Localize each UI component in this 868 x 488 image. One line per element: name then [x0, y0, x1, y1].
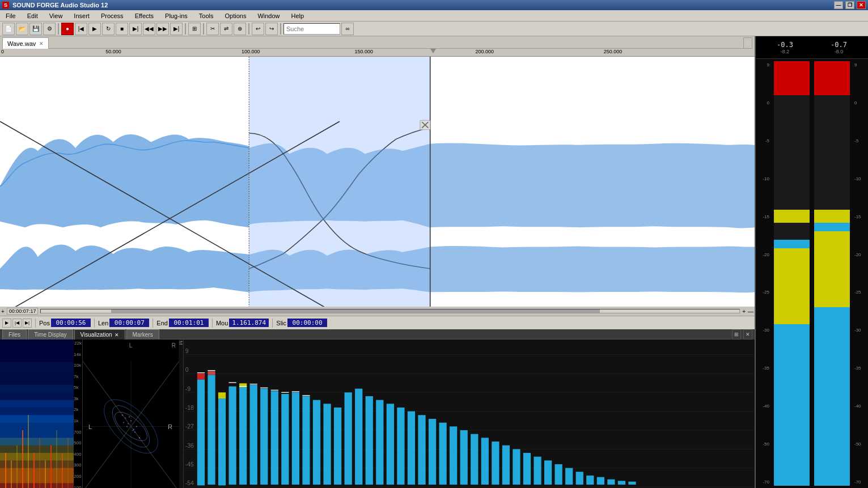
scrollbar-track[interactable] — [40, 309, 740, 313]
tab-files[interactable]: Files — [2, 329, 27, 340]
markers-m-panel: M — [179, 340, 183, 488]
sep2 — [94, 319, 95, 328]
svg-point-53 — [139, 437, 140, 438]
record-button[interactable]: ● — [61, 23, 74, 35]
waveform-container[interactable]: 0 50.000 100.000 150.000 200.000 250.000 — [0, 49, 755, 329]
bottom-panel-close[interactable]: ✕ — [743, 329, 752, 340]
menu-item-help[interactable]: Help — [288, 10, 308, 21]
play-button[interactable]: ▶ — [88, 23, 101, 35]
wave-tab-bar: Wave.wav ✕ ⊞ — [0, 36, 755, 49]
select-all-button[interactable]: ⊞ — [188, 23, 201, 35]
ff-button[interactable]: ▶▶ — [156, 23, 169, 35]
zoom-minus-button[interactable]: — — [748, 308, 753, 315]
right-peak-value: -0.7 — [831, 41, 847, 49]
small-prev-button[interactable]: |◀ — [12, 319, 22, 328]
next-button[interactable]: ▶| — [129, 23, 142, 35]
right-vu-red — [814, 61, 850, 95]
open-button[interactable]: 📂 — [16, 23, 28, 35]
waveform-svg — [0, 57, 755, 316]
vu-meters: -0.3 -8.2 -0.7 -8.0 9 0 -5 -10 -15 -20 -… — [755, 36, 868, 488]
svg-rect-77 — [208, 371, 215, 375]
ruler-mark-150k: 150.000 — [355, 49, 374, 54]
sep4 — [248, 23, 249, 35]
close-button[interactable]: ✕ — [857, 1, 866, 9]
h-scrollbar[interactable]: + 00:00:07:17 + — — [0, 307, 755, 316]
scale-n15: -15 — [758, 214, 769, 219]
tab-markers[interactable]: Markers — [126, 329, 159, 340]
split-button[interactable]: ⇌ — [220, 23, 232, 35]
stop-button[interactable]: ■ — [116, 23, 128, 35]
menu-item-view[interactable]: View — [46, 10, 66, 21]
svg-text:0: 0 — [185, 366, 189, 373]
sep2 — [185, 23, 186, 35]
menu-item-edit[interactable]: Edit — [24, 10, 41, 21]
tab-visualization[interactable]: Visualization ✕ — [74, 329, 125, 340]
menu-item-process[interactable]: Process — [98, 10, 127, 21]
app-title: SOUND FORGE Audio Studio 12 — [12, 2, 108, 9]
pos-label: Pos — [39, 320, 50, 326]
merge-button[interactable]: ⊕ — [234, 23, 246, 35]
visualization-tab-close[interactable]: ✕ — [115, 332, 119, 338]
svg-text:R: R — [168, 423, 172, 430]
bottom-panel-maximize[interactable]: ⊞ — [732, 329, 741, 340]
vu-peak-display: -0.3 -8.2 -0.7 -8.0 — [756, 36, 868, 59]
menu-item-insert[interactable]: Insert — [70, 10, 93, 21]
redo-button[interactable]: ↪ — [265, 23, 278, 35]
mou-label: Mou — [216, 320, 228, 326]
scale-n5: -5 — [758, 138, 769, 143]
menu-item-file[interactable]: File — [2, 10, 19, 21]
wave-tab-close[interactable]: ✕ — [39, 41, 44, 46]
wave-tab[interactable]: Wave.wav ✕ — [2, 37, 49, 49]
minimize-button[interactable]: — — [834, 1, 843, 9]
scale-n50: -50 — [758, 442, 769, 447]
new-button[interactable]: 📄 — [2, 23, 15, 35]
svg-rect-93 — [334, 408, 341, 485]
left-vu-yellow — [774, 248, 810, 325]
small-play-button[interactable]: ▶ — [2, 319, 11, 328]
menu-item-tools[interactable]: Tools — [196, 10, 217, 21]
maximize-wave-button[interactable]: ⊞ — [743, 37, 752, 49]
trim-button[interactable]: ✂ — [206, 23, 219, 35]
scale-n35: -35 — [758, 366, 769, 371]
scale-n10: -10 — [758, 176, 769, 181]
small-next-button[interactable]: ▶| — [23, 319, 32, 328]
zoom-out-button[interactable]: + — [1, 308, 5, 315]
svg-rect-101 — [418, 415, 425, 485]
svg-rect-90 — [302, 396, 310, 485]
r-scale-n25: -25 — [854, 290, 866, 295]
menu-item-effects[interactable]: Effects — [132, 10, 157, 21]
menu-item-plug-ins[interactable]: Plug-ins — [162, 10, 191, 21]
tab-time-display[interactable]: Time Display — [28, 329, 73, 340]
properties-button[interactable]: ⚙ — [43, 23, 56, 35]
svg-point-47 — [128, 423, 129, 424]
left-vu-container — [774, 61, 810, 486]
wave-display[interactable]: + 00:00:07:17 + — — [0, 57, 755, 316]
freq-3k: 3k — [74, 396, 82, 401]
search-options-button[interactable]: ∞ — [341, 23, 354, 35]
ruler: 0 50.000 100.000 150.000 200.000 250.000 — [0, 49, 755, 57]
save-button[interactable]: 💾 — [29, 23, 42, 35]
svg-rect-120 — [618, 481, 625, 485]
menu-item-window[interactable]: Window — [254, 10, 283, 21]
right-vu-container — [814, 61, 850, 486]
search-input[interactable] — [283, 23, 340, 35]
spectrogram-panel: 22k 14k 10k 7k 5k 3k 2k 1k 700 500 400 3… — [0, 340, 82, 488]
end-button[interactable]: ▶| — [170, 23, 183, 35]
spectrum-panel: 9 0 -9 -18 -27 -36 -45 -54 — [183, 340, 755, 488]
restore-button[interactable]: ❐ — [845, 1, 854, 9]
play-loop-button[interactable]: ↻ — [102, 23, 115, 35]
svg-rect-114 — [555, 464, 562, 485]
left-vu-bar — [774, 61, 810, 486]
r-scale-0: 0 — [854, 100, 866, 105]
freq-700: 700 — [74, 430, 82, 435]
prev-button[interactable]: |◀ — [75, 23, 87, 35]
rewind-button[interactable]: ◀◀ — [143, 23, 155, 35]
zoom-in-button[interactable]: + — [742, 308, 746, 315]
svg-text:-36: -36 — [185, 442, 194, 449]
r-scale-n30: -30 — [854, 328, 866, 333]
menu-item-options[interactable]: Options — [222, 10, 250, 21]
left-vu-top-cyan — [774, 240, 810, 248]
undo-button[interactable]: ↩ — [252, 23, 264, 35]
vu-scale-labels: 9 0 -5 -10 -15 -20 -25 -30 -35 -40 -50 -… — [758, 61, 769, 486]
scrollbar-thumb[interactable] — [111, 309, 600, 313]
